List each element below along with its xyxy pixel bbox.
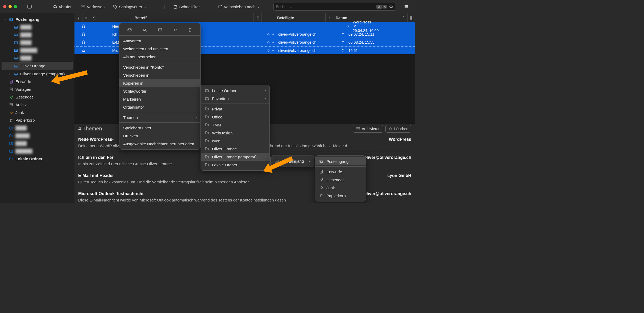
ctx-move[interactable]: Verschieben in› bbox=[119, 71, 200, 79]
ctx-office[interactable]: Office› bbox=[201, 113, 269, 121]
chevron-right-icon[interactable]: › bbox=[3, 134, 7, 137]
search-input[interactable] bbox=[276, 5, 376, 9]
chevron-down-icon: ⌄ bbox=[257, 5, 260, 9]
search-box[interactable]: ⌘ K bbox=[273, 3, 396, 11]
sidebar-trash[interactable]: ›Papierkorb bbox=[0, 116, 74, 124]
sidebar-inbox[interactable]: ⌄Posteingang bbox=[0, 15, 74, 23]
col-subject[interactable]: Betreff bbox=[97, 13, 254, 22]
sidebar-label: ██████ bbox=[15, 149, 32, 153]
chevron-right-icon[interactable]: › bbox=[8, 64, 12, 67]
col-junk-icon[interactable] bbox=[326, 13, 333, 22]
mark-read-icon[interactable] bbox=[127, 27, 132, 33]
sidebar-local-folders[interactable]: ›Lokale Ordner bbox=[0, 155, 74, 163]
sidebar-smart[interactable]: ›████ bbox=[0, 139, 74, 147]
junk-icon[interactable] bbox=[172, 27, 178, 33]
sidebar-account[interactable]: ████ bbox=[0, 31, 74, 39]
ctx-copy[interactable]: Kopieren in› bbox=[119, 79, 200, 87]
col-star-icon[interactable] bbox=[82, 13, 90, 22]
star-icon[interactable] bbox=[81, 48, 86, 53]
quickfilter-button[interactable]: Schnellfilter bbox=[170, 3, 203, 11]
star-icon[interactable] bbox=[81, 24, 86, 28]
ctx-junk[interactable]: Junk bbox=[315, 184, 366, 192]
ctx-favorites[interactable]: Favoriten› bbox=[201, 94, 269, 102]
delete-button[interactable]: Löschen bbox=[385, 125, 411, 133]
sidebar-smart[interactable]: ›████ bbox=[0, 124, 74, 132]
search-icon[interactable] bbox=[389, 5, 393, 9]
chevron-right-icon[interactable]: › bbox=[3, 111, 7, 114]
archive-icon[interactable] bbox=[157, 27, 163, 33]
ctx-sent[interactable]: Gesendet bbox=[315, 176, 366, 184]
sidebar-templates[interactable]: Vorlagen bbox=[0, 85, 74, 93]
ctx-move-account[interactable]: Verschieben in "Konto" bbox=[119, 63, 200, 71]
ctx-tags[interactable]: Schlagwörter› bbox=[119, 87, 200, 95]
maximize-window[interactable] bbox=[14, 5, 17, 8]
chevron-right-icon[interactable]: › bbox=[3, 119, 7, 122]
close-window[interactable] bbox=[3, 5, 6, 8]
sidebar-smart[interactable]: ›█████ bbox=[0, 132, 74, 139]
ctx-save[interactable]: Speichern unter… bbox=[119, 124, 200, 132]
out-icon bbox=[271, 40, 275, 44]
ctx-trash[interactable]: Papierkorb bbox=[315, 192, 366, 200]
chevron-right-icon[interactable]: › bbox=[3, 150, 7, 153]
delete-icon[interactable] bbox=[187, 27, 193, 33]
chevron-right-icon: › bbox=[265, 155, 266, 159]
app-menu-button[interactable] bbox=[401, 3, 412, 11]
flame-icon[interactable] bbox=[340, 40, 345, 44]
star-icon[interactable] bbox=[81, 40, 86, 44]
ctx-webdesign[interactable]: WebDesign› bbox=[201, 129, 269, 137]
sidebar-sent[interactable]: ›Gesendet bbox=[0, 93, 74, 101]
sidebar-account[interactable]: ██████ bbox=[0, 46, 74, 54]
sidebar-account[interactable]: ████ bbox=[0, 39, 74, 46]
col-correspondents-icon[interactable] bbox=[254, 13, 262, 22]
sort-icon[interactable]: ⌃ bbox=[402, 16, 405, 19]
ctx-print[interactable]: Drucken… bbox=[119, 132, 200, 140]
chevron-right-icon[interactable]: › bbox=[3, 80, 7, 83]
chevron-right-icon[interactable]: › bbox=[3, 142, 7, 145]
sidebar-account[interactable]: ████ bbox=[0, 54, 74, 62]
chevron-right-icon[interactable]: › bbox=[8, 72, 12, 75]
ctx-download[interactable]: Ausgewählte Nachrichten herunterladen bbox=[119, 140, 200, 148]
chevron-right-icon[interactable]: › bbox=[3, 126, 7, 129]
ctx-reply[interactable]: Antworten› bbox=[119, 37, 200, 45]
ctx-tmm[interactable]: TMM› bbox=[201, 121, 269, 129]
flame-icon[interactable] bbox=[353, 24, 357, 28]
compose-button[interactable]: Verfassen bbox=[77, 3, 108, 11]
sidebar-smart[interactable]: ›██████ bbox=[0, 147, 74, 155]
moveto-button[interactable]: Verschieben nach⌄ bbox=[214, 3, 263, 11]
ctx-organizer[interactable]: Organisator› bbox=[119, 103, 200, 111]
ctx-oliver-tmp[interactable]: Oliver Orange (temporär)› bbox=[201, 153, 269, 161]
flame-icon[interactable] bbox=[340, 32, 345, 36]
col-participants[interactable]: Beteiligte bbox=[262, 13, 326, 22]
chevron-right-icon[interactable]: › bbox=[3, 96, 7, 98]
sidebar-account[interactable]: ████ bbox=[0, 23, 74, 31]
ctx-forward[interactable]: Weiterleiten und umleiten› bbox=[119, 45, 200, 53]
sidebar-junk[interactable]: ›Junk bbox=[0, 109, 74, 116]
col-attachment-icon[interactable] bbox=[90, 13, 97, 22]
minimize-window[interactable] bbox=[9, 5, 12, 8]
separator-icon: | bbox=[161, 3, 168, 11]
reply-icon[interactable] bbox=[142, 27, 148, 33]
col-thread-icon[interactable] bbox=[74, 13, 82, 22]
ctx-cyon[interactable]: cyon› bbox=[201, 137, 269, 145]
ctx-inbox[interactable]: Posteingang bbox=[315, 157, 366, 165]
sidebar-label: ████ bbox=[20, 56, 32, 60]
star-icon[interactable] bbox=[81, 32, 86, 36]
ctx-recent[interactable]: Letzte Ordner› bbox=[201, 87, 269, 94]
ctx-local[interactable]: Lokale Ordner bbox=[201, 161, 269, 169]
ctx-themes[interactable]: Themen› bbox=[119, 113, 200, 121]
chevron-down-icon[interactable]: ⌄ bbox=[3, 18, 7, 21]
sidebar-toggle[interactable] bbox=[24, 3, 35, 11]
archive-button[interactable]: Archivieren bbox=[353, 125, 383, 133]
ctx-oliver[interactable]: Oliver Orange bbox=[201, 145, 269, 153]
ctx-edit-as-new[interactable]: Als neu bearbeiten bbox=[119, 53, 200, 61]
chevron-right-icon[interactable]: › bbox=[3, 157, 7, 160]
sidebar-oliver-orange[interactable]: ›Oliver Orange bbox=[2, 62, 73, 70]
ctx-mark[interactable]: Markieren› bbox=[119, 95, 200, 103]
ctx-privat[interactable]: Privat› bbox=[201, 105, 269, 113]
sidebar-archive[interactable]: Archiv bbox=[0, 101, 74, 109]
ctx-drafts[interactable]: Entwürfe bbox=[315, 168, 366, 176]
tags-button[interactable]: Schlagwörter⌄ bbox=[109, 3, 149, 11]
flame-icon[interactable] bbox=[340, 48, 345, 53]
fetch-button[interactable]: Abrufen bbox=[49, 3, 76, 11]
out-icon bbox=[271, 49, 275, 52]
